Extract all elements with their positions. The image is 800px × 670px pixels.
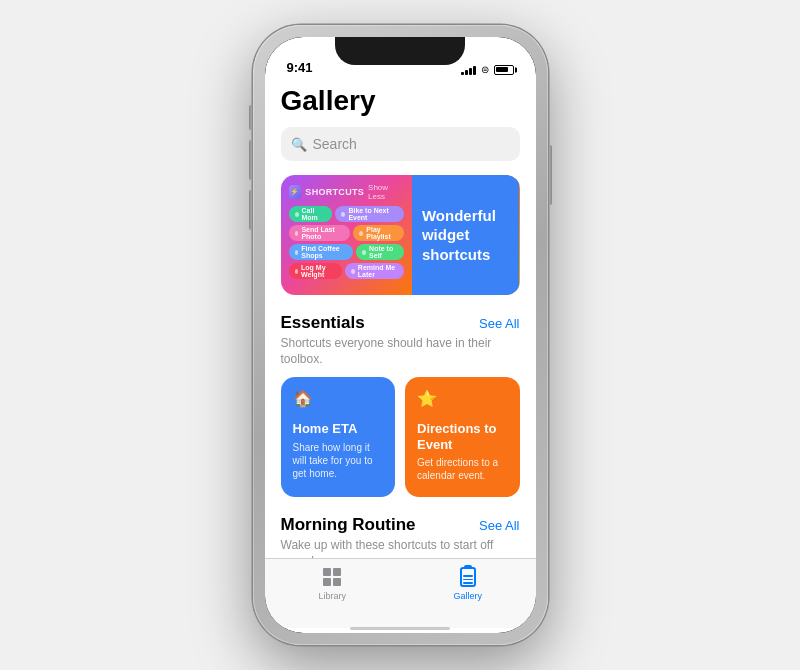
essentials-cards-row: 🏠 Home ETA Share how long it will take f… — [281, 377, 520, 497]
tab-gallery[interactable]: Gallery — [400, 565, 536, 601]
chip-send-photo[interactable]: Send Last Photo — [289, 225, 351, 241]
home-bar — [350, 627, 450, 630]
card-directions-title: Directions to Event — [417, 421, 508, 452]
library-icon — [320, 565, 344, 589]
chip-label: Play Playlist — [366, 226, 398, 240]
tab-bar: Library Gallery — [265, 558, 536, 628]
shortcuts-header: ⚡ SHORTCUTS Show Less — [289, 183, 404, 201]
library-grid-icon — [323, 568, 341, 586]
tab-library-label: Library — [318, 591, 346, 601]
battery-fill — [496, 67, 508, 72]
search-icon: 🔍 — [291, 137, 307, 152]
essentials-see-all[interactable]: See All — [479, 316, 519, 331]
shortcuts-app-icon-symbol: ⚡ — [290, 188, 299, 196]
featured-banner-left: ⚡ SHORTCUTS Show Less Call Mom — [281, 175, 412, 295]
home-indicator — [265, 628, 536, 633]
shortcuts-app-icon: ⚡ — [289, 185, 302, 199]
card-directions-desc: Get directions to a calendar event. — [417, 456, 508, 482]
shortcut-row-1: Call Mom Bike to Next Event — [289, 206, 404, 222]
chip-label: Send Last Photo — [301, 226, 344, 240]
screen-content: Gallery 🔍 Search ⚡ SHO — [265, 81, 536, 633]
featured-banner[interactable]: ⚡ SHORTCUTS Show Less Call Mom — [281, 175, 520, 295]
volume-up-button — [249, 140, 252, 180]
power-button — [549, 145, 552, 205]
chip-weight[interactable]: Log My Weight — [289, 263, 343, 279]
battery-icon — [494, 65, 514, 75]
star-icon: ⭐ — [417, 389, 441, 413]
chip-playlist[interactable]: Play Playlist — [353, 225, 404, 241]
search-bar[interactable]: 🔍 Search — [281, 127, 520, 161]
morning-subtitle: Wake up with these shortcuts to start of… — [281, 538, 520, 558]
featured-title: Wonderful widget shortcuts — [422, 206, 510, 265]
show-more: Show Less — [368, 183, 404, 201]
chip-dot — [295, 269, 299, 274]
chip-label: Call Mom — [302, 207, 327, 221]
chip-label: Bike to Next Event — [348, 207, 398, 221]
chip-dot — [295, 250, 299, 255]
volume-down-button — [249, 190, 252, 230]
status-time: 9:41 — [287, 60, 313, 75]
mute-button — [249, 105, 252, 130]
gallery-tab-icon-lines — [463, 575, 473, 584]
gallery-tab-icon — [460, 567, 476, 587]
phone-inner: 9:41 ⊜ Gal — [265, 37, 536, 633]
morning-section-header: Morning Routine See All — [281, 515, 520, 535]
shortcut-row-2: Send Last Photo Play Playlist — [289, 225, 404, 241]
wifi-icon: ⊜ — [481, 64, 489, 75]
chip-label: Log My Weight — [301, 264, 336, 278]
chip-label: Remind Me Later — [358, 264, 398, 278]
chip-dot — [351, 269, 355, 274]
chip-call-mom[interactable]: Call Mom — [289, 206, 333, 222]
phone-screen: 9:41 ⊜ Gal — [265, 37, 536, 633]
chip-dot — [362, 250, 366, 255]
phone-shell: 9:41 ⊜ Gal — [253, 25, 548, 645]
card-home-eta-desc: Share how long it will take for you to g… — [293, 441, 384, 480]
gallery-icon — [456, 565, 480, 589]
shortcuts-label: SHORTCUTS — [305, 187, 364, 197]
shortcut-row-3: Find Coffee Shops Note to Self — [289, 244, 404, 260]
search-placeholder: Search — [313, 136, 357, 152]
tab-library[interactable]: Library — [265, 565, 401, 601]
card-directions-event[interactable]: ⭐ Directions to Event Get directions to … — [405, 377, 520, 497]
chip-dot — [295, 212, 299, 217]
chip-dot — [359, 231, 363, 236]
chip-label: Note to Self — [369, 245, 398, 259]
card-home-eta-title: Home ETA — [293, 421, 384, 437]
signal-icon — [461, 65, 476, 75]
chip-dot — [341, 212, 345, 217]
morning-title: Morning Routine — [281, 515, 416, 535]
scroll-area[interactable]: Gallery 🔍 Search ⚡ SHO — [265, 81, 536, 558]
essentials-subtitle: Shortcuts everyone should have in their … — [281, 336, 520, 367]
essentials-section-header: Essentials See All — [281, 313, 520, 333]
featured-banner-right: Wonderful widget shortcuts — [412, 175, 520, 295]
chip-dot — [295, 231, 299, 236]
tab-gallery-label: Gallery — [453, 591, 482, 601]
chip-remind[interactable]: Remind Me Later — [345, 263, 404, 279]
status-icons: ⊜ — [461, 64, 514, 75]
morning-see-all[interactable]: See All — [479, 518, 519, 533]
card-home-eta[interactable]: 🏠 Home ETA Share how long it will take f… — [281, 377, 396, 497]
chip-label: Find Coffee Shops — [301, 245, 347, 259]
home-icon: 🏠 — [293, 389, 317, 413]
shortcut-row-4: Log My Weight Remind Me Later — [289, 263, 404, 279]
notch — [335, 37, 465, 65]
gallery-title: Gallery — [281, 85, 520, 117]
chip-bike-event[interactable]: Bike to Next Event — [335, 206, 404, 222]
essentials-title: Essentials — [281, 313, 365, 333]
chip-coffee[interactable]: Find Coffee Shops — [289, 244, 354, 260]
chip-note[interactable]: Note to Self — [356, 244, 404, 260]
